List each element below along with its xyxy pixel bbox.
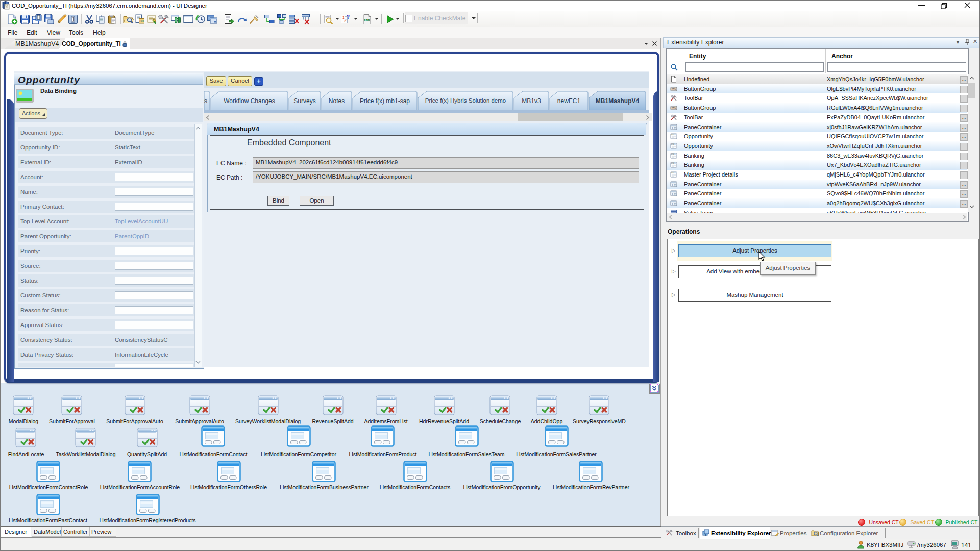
svg-text:XML: XML — [364, 18, 371, 22]
svg-text:30: 30 — [139, 19, 143, 23]
svg-text:?: ? — [347, 14, 350, 20]
svg-text:2: 2 — [344, 19, 346, 23]
